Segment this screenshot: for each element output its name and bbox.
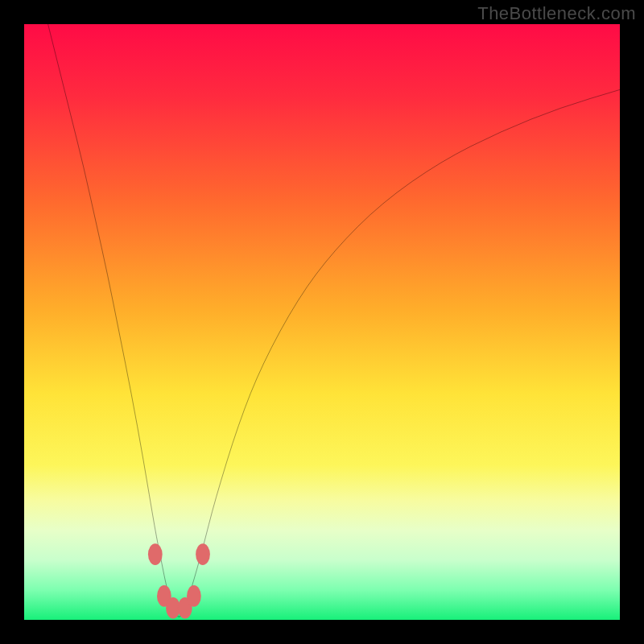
bottleneck-chart xyxy=(24,24,620,620)
watermark-text: TheBottleneck.com xyxy=(477,3,636,24)
curve-marker xyxy=(148,543,163,565)
plot-background xyxy=(24,24,620,620)
curve-marker xyxy=(196,543,210,565)
curve-marker xyxy=(187,585,201,607)
chart-frame: TheBottleneck.com xyxy=(0,0,644,644)
